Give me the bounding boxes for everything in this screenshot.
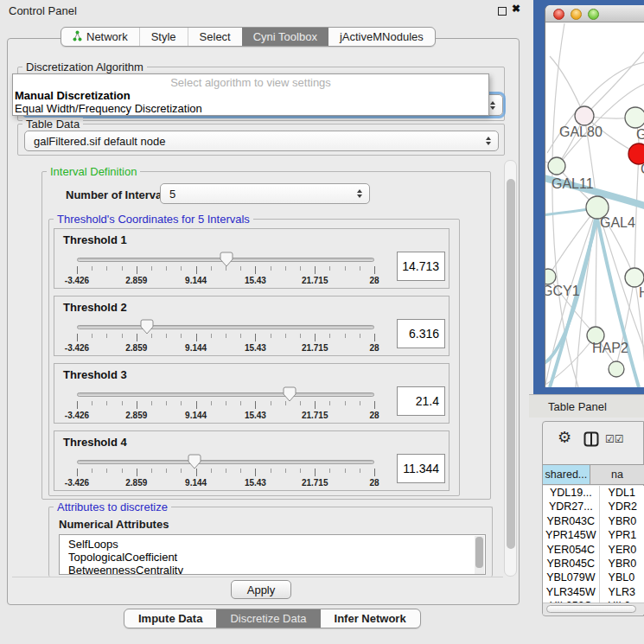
- table-horizontal-scrollbar[interactable]: [543, 603, 644, 615]
- node-label: C: [641, 162, 644, 176]
- list-item[interactable]: TopologicalCoefficient: [68, 551, 177, 564]
- combo-arrows-icon: [486, 137, 491, 145]
- threshold-4-box: Threshold 4 -3.426 2.859 9.144 15.43 21.…: [54, 430, 450, 491]
- table-panel-title: Table Panel: [529, 394, 644, 418]
- threshold-3-slider-track[interactable]: [77, 392, 374, 397]
- numerical-attributes-list: SelfLoops TopologicalCoefficient Between…: [59, 534, 486, 575]
- threshold-1-label: Threshold 1: [63, 233, 127, 246]
- node-label: GAL80: [559, 124, 603, 139]
- threshold-2-value-field[interactable]: 6.316: [397, 319, 445, 348]
- threshold-1-value-field[interactable]: 14.713: [397, 252, 445, 281]
- node-label: GA: [636, 127, 644, 142]
- table-data-label: Table Data: [22, 118, 83, 131]
- network-window-titlebar[interactable]: [545, 5, 644, 22]
- node-label: GAL11: [552, 176, 594, 191]
- table-horizontal-scrollbar-thumb[interactable]: [546, 605, 636, 613]
- column-header-shared-name[interactable]: shared...: [543, 465, 590, 484]
- attributes-label: Attributes to discretize: [54, 501, 171, 513]
- threshold-4-value-field[interactable]: 11.344: [397, 454, 445, 483]
- settings-scrollbar-thumb[interactable]: [507, 179, 515, 549]
- threshold-3-value-field[interactable]: 21.4: [397, 386, 445, 416]
- threshold-4-slider-track[interactable]: [77, 460, 374, 464]
- node-label: GCY1: [545, 284, 580, 298]
- table-row[interactable]: YDR27...YDR2: [543, 500, 644, 513]
- numerical-attributes-label: Numerical Attributes: [55, 518, 172, 531]
- column-view-icon[interactable]: [583, 431, 599, 447]
- node-bottom-partial: [609, 361, 624, 377]
- threshold-1-slider-thumb[interactable]: [220, 252, 233, 267]
- list-item[interactable]: BetweennessCentrality: [68, 564, 183, 575]
- table-body: YDL19...YDL1 YDR27...YDR2 YBR043CYBR0 YP…: [543, 486, 644, 603]
- tab-impute-data[interactable]: Impute Data: [124, 609, 216, 628]
- threshold-2-label: Threshold 2: [63, 301, 127, 314]
- discretization-algorithm-label: Discretization Algorithm: [22, 61, 147, 73]
- popup-item-manual[interactable]: Manual Discretization: [15, 89, 131, 102]
- combo-arrows-icon: [490, 101, 495, 110]
- table-row[interactable]: YBL079WYBL0: [543, 571, 644, 584]
- number-of-intervals-combobox[interactable]: 5: [160, 183, 370, 204]
- table-panel: ⚙ ☑☑ shared... na YDL19...YDL1 YDR27...Y…: [542, 421, 644, 616]
- tab-infer-network[interactable]: Infer Network: [321, 609, 420, 628]
- table-row[interactable]: YBR045CYBR0: [543, 557, 644, 571]
- network-window: GAL80 GA C GAL11 GAL4 GCY1 H HAP2: [545, 5, 644, 387]
- node-gal11: [548, 157, 565, 175]
- page-title: Control Panel: [9, 4, 77, 17]
- tab-style[interactable]: Style: [139, 28, 188, 46]
- threshold-3-slider-thumb[interactable]: [283, 386, 296, 402]
- tab-select[interactable]: Select: [188, 28, 242, 46]
- list-item[interactable]: SelfLoops: [68, 538, 118, 551]
- network-view-frame: GAL80 GA C GAL11 GAL4 GCY1 H HAP2: [533, 0, 644, 394]
- threshold-3-box: Threshold 3 -3.426 2.859 9.144 15.43 21.…: [54, 363, 450, 424]
- threshold-2-box: Threshold 2 -3.426 2.859 9.144 15.43 21.…: [54, 296, 450, 356]
- apply-button[interactable]: Apply: [231, 580, 291, 599]
- tab-network-label: Network: [86, 30, 128, 43]
- table-data-combobox[interactable]: galFiltered.sif default node: [24, 131, 499, 151]
- node-h: [625, 268, 644, 287]
- select-columns-icon[interactable]: ☑☑: [605, 433, 624, 445]
- tab-cyni-toolbox[interactable]: Cyni Toolbox: [242, 28, 328, 46]
- table-row[interactable]: YER054CYER0: [543, 543, 644, 557]
- threshold-2-slider-track[interactable]: [77, 325, 374, 329]
- float-icon[interactable]: [498, 7, 507, 16]
- threshold-coordinates-label: Threshold's Coordinates for 5 Intervals: [54, 213, 253, 226]
- node-label: H: [639, 285, 644, 300]
- network-graph[interactable]: GAL80 GA C GAL11 GAL4 GCY1 H HAP2: [545, 23, 644, 387]
- scroll-area-edge: [12, 577, 503, 577]
- algorithm-popup: Select algorithm to view settings Manual…: [12, 73, 489, 116]
- threshold-1-box: Threshold 1 -3.426 2.859 9.144 15.43 21.…: [54, 228, 450, 289]
- close-traffic-light-icon[interactable]: [553, 9, 564, 20]
- threshold-4-slider-thumb[interactable]: [188, 454, 201, 469]
- threshold-2-slider-thumb[interactable]: [140, 319, 154, 335]
- table-row[interactable]: YLR345WYLR3: [543, 585, 644, 599]
- close-icon[interactable]: ✖: [512, 3, 520, 15]
- threshold-4-label: Threshold 4: [63, 436, 127, 449]
- threshold-3-label: Threshold 3: [63, 368, 127, 381]
- number-of-intervals-label: Number of Intervals: [62, 188, 175, 201]
- list-scrollbar[interactable]: [475, 536, 484, 575]
- combo-arrows-icon: [357, 189, 362, 198]
- table-row[interactable]: YPR145WYPR1: [543, 528, 644, 542]
- top-tabbar: Network Style Select Cyni Toolbox jActiv…: [61, 27, 436, 47]
- table-row[interactable]: YDL19...YDL1: [543, 486, 644, 500]
- node-top-right: [625, 107, 644, 128]
- node-label: HAP2: [592, 341, 628, 355]
- bottom-tabbar: Impute Data Discretize Data Infer Networ…: [124, 609, 421, 628]
- settings-scrollbar[interactable]: [504, 160, 517, 577]
- gear-icon[interactable]: ⚙: [558, 430, 571, 445]
- node-label: GAL4: [600, 215, 635, 230]
- interval-definition-label: Interval Definition: [47, 165, 140, 178]
- table-row[interactable]: YBR043CYBR0: [543, 514, 644, 528]
- node-gal80: [575, 106, 594, 125]
- table-header-row: shared... na: [543, 464, 644, 485]
- column-header-name[interactable]: na: [590, 465, 644, 484]
- screen: Control Panel ✖ Network Style Select Cyn…: [0, 0, 644, 644]
- tab-jactivemnodules[interactable]: jActiveMNodules: [328, 28, 435, 46]
- node-gcy1: [545, 269, 556, 284]
- zoom-traffic-light-icon[interactable]: [588, 9, 599, 20]
- network-icon: [73, 30, 82, 44]
- popup-hint: Select algorithm to view settings: [13, 76, 488, 89]
- popup-item-equal-width[interactable]: Equal Width/Frequency Discretization: [15, 102, 202, 115]
- tab-network[interactable]: Network: [61, 28, 139, 46]
- tab-discretize-data[interactable]: Discretize Data: [216, 609, 320, 628]
- minimize-traffic-light-icon[interactable]: [571, 9, 582, 20]
